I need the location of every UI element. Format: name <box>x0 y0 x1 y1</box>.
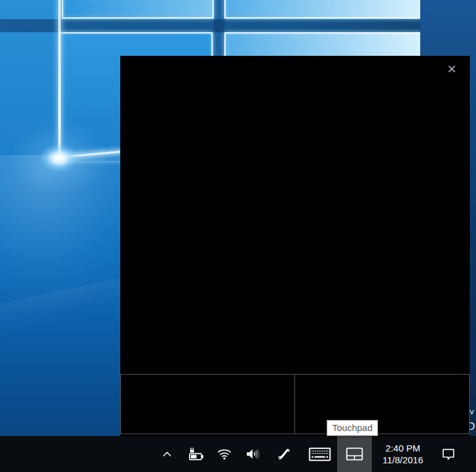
touchpad-buttons-row <box>120 374 470 434</box>
action-center-button[interactable] <box>434 436 462 472</box>
taskbar: 2:40 PM 11/8/2016 <box>0 436 476 472</box>
wallpaper-pane-top-right <box>224 0 421 19</box>
speaker-icon <box>244 446 262 462</box>
touchpad-icon <box>345 446 364 462</box>
clock-date: 11/8/2016 <box>382 454 423 466</box>
battery-status-button[interactable] <box>181 436 210 472</box>
touchpad-right-button[interactable] <box>295 375 469 434</box>
battery-charging-icon <box>187 446 205 463</box>
wallpaper-pane-top-left <box>62 0 214 19</box>
wifi-icon <box>216 446 232 462</box>
volume-button[interactable] <box>238 436 267 472</box>
tooltip: Touchpad <box>327 420 378 436</box>
taskbar-clock[interactable]: 2:40 PM 11/8/2016 <box>372 436 434 472</box>
chevron-up-icon <box>161 448 173 460</box>
desktop-text-fragment: v <box>470 407 474 416</box>
keyboard-icon <box>309 446 331 463</box>
wallpaper-glow-core <box>40 145 77 172</box>
wallpaper-dark-band <box>0 19 476 32</box>
action-center-icon <box>440 446 457 463</box>
close-icon[interactable]: ✕ <box>444 61 459 76</box>
touchpad-surface[interactable] <box>120 56 470 374</box>
wifi-status-button[interactable] <box>210 436 238 472</box>
show-hidden-icons-button[interactable] <box>152 436 181 472</box>
screen: v D ✕ Touchpad <box>0 0 476 472</box>
wallpaper-pane-gap <box>214 0 224 56</box>
clock-time: 2:40 PM <box>386 442 420 454</box>
pen-icon <box>276 446 293 463</box>
touchpad-left-button[interactable] <box>121 375 294 434</box>
touch-keyboard-button[interactable] <box>302 436 337 472</box>
touchpad-tray-button[interactable] <box>337 436 372 472</box>
windows-ink-button[interactable] <box>267 436 302 472</box>
virtual-touchpad-window: ✕ <box>120 56 470 436</box>
